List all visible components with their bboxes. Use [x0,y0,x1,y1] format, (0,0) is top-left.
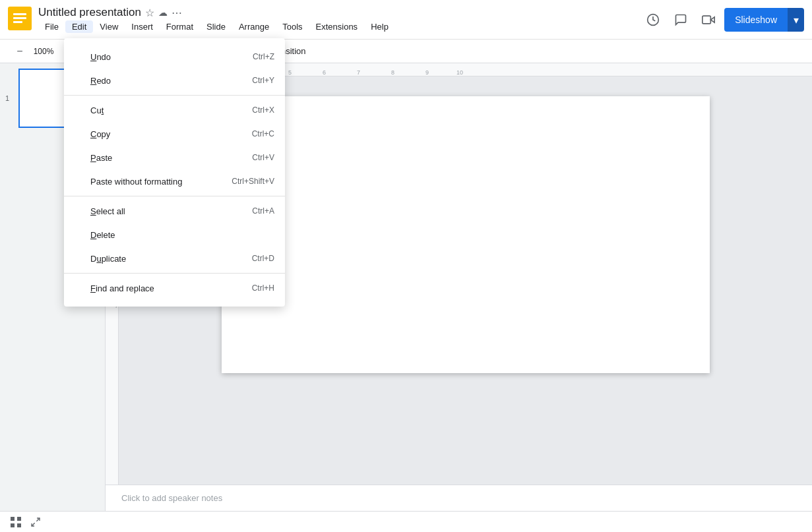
copy-shortcut: Ctrl+C [252,129,274,138]
menu-item-cut[interactable]: Cut Ctrl+X [64,98,285,122]
speaker-notes-area[interactable]: Click to add speaker notes [106,485,812,511]
doc-title[interactable]: Untitled presentation [38,6,141,19]
find-replace-shortcut: Ctrl+H [252,283,274,293]
menu-item-duplicate[interactable]: Duplicate Ctrl+D [64,247,285,270]
top-right-controls: Slideshow ▾ [641,8,804,32]
paste-label: Paste [90,153,112,163]
copy-label: Copy [90,129,110,139]
slideshow-button-container: Slideshow ▾ [724,8,804,32]
menu-arrange[interactable]: Arrange [232,20,276,33]
bottom-bar [0,511,812,532]
svg-rect-2 [13,17,26,19]
redo-label: Redo [90,76,111,86]
menu-item-undo[interactable]: Undo Ctrl+Z [64,45,285,69]
slideshow-button[interactable]: Slideshow [724,8,788,32]
svg-rect-3 [13,21,22,23]
menu-view[interactable]: View [93,20,125,33]
slideshow-dropdown-btn[interactable]: ▾ [788,8,804,32]
chevron-down-icon: ▾ [794,14,799,26]
slideshow-label: Slideshow [735,15,777,25]
more-options-icon[interactable]: ⋯ [172,7,182,19]
menu-section-2: Cut Ctrl+X Copy Ctrl+C Paste Ctrl+V Past… [64,96,285,196]
speaker-notes-placeholder[interactable]: Click to add speaker notes [121,493,222,503]
history-icon[interactable] [641,8,665,32]
menu-help[interactable]: Help [364,20,395,33]
duplicate-shortcut: Ctrl+D [252,254,274,263]
svg-rect-1 [13,13,26,15]
present-icon[interactable] [697,8,720,32]
duplicate-label: Duplicate [90,254,126,264]
menu-item-find-replace[interactable]: Find and replace Ctrl+H [64,276,285,300]
paste-without-formatting-shortcut: Ctrl+Shift+V [232,177,274,186]
menu-section-3: Select all Ctrl+A Delete Duplicate Ctrl+… [64,196,285,274]
svg-rect-9 [11,523,15,527]
svg-line-12 [32,523,35,526]
menu-format[interactable]: Format [160,20,200,33]
slide-canvas[interactable] [222,96,710,373]
menu-insert[interactable]: Insert [125,20,160,33]
menu-extensions[interactable]: Extensions [309,20,365,33]
menu-item-redo[interactable]: Redo Ctrl+Y [64,69,285,92]
paste-shortcut: Ctrl+V [252,153,274,162]
cut-shortcut: Ctrl+X [252,105,274,115]
menu-item-paste[interactable]: Paste Ctrl+V [64,146,285,169]
grid-view-icon[interactable] [8,514,24,530]
menu-slide[interactable]: Slide [200,20,232,33]
delete-label: Delete [90,230,115,240]
select-all-label: Select all [90,206,125,216]
find-replace-label: Find and replace [90,283,154,293]
menu-item-select-all[interactable]: Select all Ctrl+A [64,199,285,223]
svg-marker-5 [711,17,715,22]
select-all-shortcut: Ctrl+A [252,206,274,216]
paste-without-formatting-label: Paste without formatting [90,177,182,187]
star-icon[interactable]: ☆ [145,7,154,19]
menu-section-1: Undo Ctrl+Z Redo Ctrl+Y [64,42,285,96]
svg-rect-7 [11,517,15,521]
slide-number: 1 [5,94,9,102]
zoom-out-btn[interactable]: − [11,42,29,61]
menu-tools[interactable]: Tools [276,20,309,33]
svg-line-11 [36,518,40,521]
undo-shortcut: Ctrl+Z [253,52,274,61]
menu-item-paste-without-formatting[interactable]: Paste without formatting Ctrl+Shift+V [64,169,285,193]
redo-shortcut: Ctrl+Y [252,76,274,85]
undo-label: Undo [90,52,111,62]
svg-rect-6 [703,16,711,24]
svg-rect-8 [17,517,21,521]
comments-icon[interactable] [669,8,693,32]
svg-rect-10 [17,523,21,527]
cut-label: Cut [90,105,104,115]
cloud-saved-icon: ☁ [158,7,168,18]
expand-icon[interactable] [28,514,44,530]
zoom-level-display[interactable]: 100% [30,45,57,57]
menu-edit[interactable]: Edit [65,20,93,33]
app-logo [8,7,32,33]
menu-section-4: Find and replace Ctrl+H [64,274,285,303]
menu-item-delete[interactable]: Delete [64,223,285,247]
menu-file[interactable]: File [38,20,65,33]
menu-item-copy[interactable]: Copy Ctrl+C [64,122,285,146]
edit-dropdown-menu: Undo Ctrl+Z Redo Ctrl+Y Cut Ctrl+X Copy … [64,38,285,307]
